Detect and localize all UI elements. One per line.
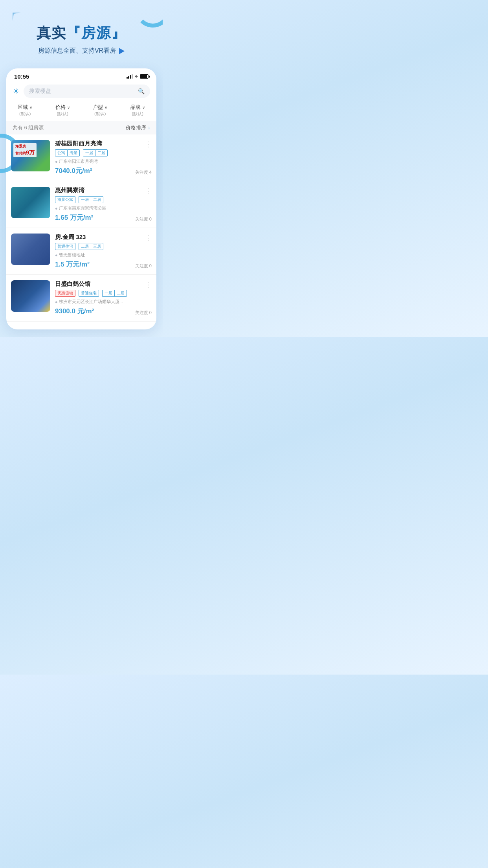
more-options-button[interactable]: ⋮ (145, 280, 152, 289)
filter-type-label: 户型 ∨ (81, 103, 119, 111)
more-options-button[interactable]: ⋮ (145, 187, 152, 195)
listing-location: ● 广东省惠东巽寮湾海公园 (55, 205, 152, 211)
filter-price-sub: (默认) (44, 111, 82, 117)
search-icon: 🔍 (138, 88, 145, 94)
listing-tags: 普通住宅 二居三居 (55, 243, 152, 250)
listing-location: ● 暂无售楼地址 (55, 252, 152, 258)
play-icon (119, 48, 125, 54)
search-input[interactable]: 搜索楼盘 🔍 (24, 85, 150, 98)
more-options-button[interactable]: ⋮ (145, 140, 152, 149)
listing-title: 惠州巽寮湾 (55, 187, 152, 194)
deco-triangle-left (13, 13, 21, 21)
hero-subtitle-text: 房源信息全面、支持VR看房 (38, 47, 116, 55)
filter-price-label: 价格 ∨ (44, 103, 82, 111)
filter-brand-label: 品牌 ∨ (119, 103, 157, 111)
attention-count: 关注度 4 (135, 169, 152, 175)
hero-section: 真实『房源』 房源信息全面、支持VR看房 (0, 0, 163, 64)
attention-count: 关注度 0 (135, 310, 152, 316)
filter-type[interactable]: 户型 ∨ (默认) (81, 103, 119, 117)
listing-card[interactable]: 海景房首付约9万 碧桂园阳西月亮湾 公寓海景 一居二居 ● 广东省阳江市月亮湾 (6, 134, 156, 181)
hero-title: 真实『房源』 (8, 24, 155, 43)
status-icons: ⌖ (127, 73, 149, 80)
filter-area-sub: (默认) (6, 111, 44, 117)
listing-image (11, 280, 50, 312)
listing-image (11, 187, 50, 218)
wifi-icon: ⌖ (135, 73, 138, 80)
search-placeholder: 搜索楼盘 (29, 88, 51, 95)
listing-image (11, 234, 50, 265)
status-bar: 10:55 ⌖ (6, 68, 156, 82)
phone-mockup: 10:55 ⌖ ☀ 搜索楼盘 🔍 区域 ∨ (6, 68, 156, 329)
sort-icon: ↕ (148, 125, 150, 131)
filter-brand-sub: (默认) (119, 111, 157, 117)
signal-icon (127, 74, 133, 79)
filter-bar: 区域 ∨ (默认) 价格 ∨ (默认) 户型 ∨ (默认) 品牌 ∨ (默 (6, 102, 156, 121)
battery-icon (140, 74, 149, 79)
listings-container: 海景房首付约9万 碧桂园阳西月亮湾 公寓海景 一居二居 ● 广东省阳江市月亮湾 (6, 134, 156, 325)
listing-card[interactable]: 日盛白鹤公馆 优惠促销 普通住宅 一居二居 ● 株洲市天元区长江广场耀华大厦..… (6, 275, 156, 322)
listing-tags: 优惠促销 普通住宅 一居二居 (55, 290, 152, 297)
results-header: 共有 6 组房源 价格排序 ↕ (6, 121, 156, 134)
more-options-button[interactable]: ⋮ (145, 234, 152, 242)
listing-location: ● 株洲市天元区长江广场耀华大厦... (55, 299, 152, 305)
listing-location: ● 广东省阳江市月亮湾 (55, 158, 152, 164)
location-pin-icon: ● (55, 253, 58, 257)
filter-brand[interactable]: 品牌 ∨ (默认) (119, 103, 157, 117)
listing-tags: 公寓海景 一居二居 (55, 149, 152, 156)
listing-title: 房.金周 323 (55, 234, 152, 241)
filter-price[interactable]: 价格 ∨ (默认) (44, 103, 82, 117)
location-pin-icon: ● (55, 159, 58, 164)
listing-card[interactable]: 房.金周 323 普通住宅 二居三居 ● 暂无售楼地址 1.5 万元/m² ⋮ … (6, 228, 156, 275)
listing-tags: 海景公寓 一居二居 (55, 196, 152, 203)
search-area[interactable]: ☀ 搜索楼盘 🔍 (6, 82, 156, 102)
sort-button[interactable]: 价格排序 ↕ (126, 124, 150, 131)
status-time: 10:55 (14, 73, 29, 80)
listing-title: 碧桂园阳西月亮湾 (55, 140, 152, 147)
location-icon: ☀ (13, 86, 20, 96)
filter-area-label: 区域 ∨ (6, 103, 44, 111)
filter-area[interactable]: 区域 ∨ (默认) (6, 103, 44, 117)
listing-card[interactable]: 惠州巽寮湾 海景公寓 一居二居 ● 广东省惠东巽寮湾海公园 1.65 万元/m²… (6, 181, 156, 228)
attention-count: 关注度 0 (135, 263, 152, 269)
results-count: 共有 6 组房源 (13, 124, 44, 131)
listing-title: 日盛白鹤公馆 (55, 280, 152, 288)
filter-type-sub: (默认) (81, 111, 119, 117)
listing-image: 海景房首付约9万 (11, 140, 50, 171)
location-pin-icon: ● (55, 206, 58, 211)
attention-count: 关注度 0 (135, 216, 152, 222)
hero-subtitle: 房源信息全面、支持VR看房 (8, 47, 155, 55)
location-pin-icon: ● (55, 300, 58, 304)
